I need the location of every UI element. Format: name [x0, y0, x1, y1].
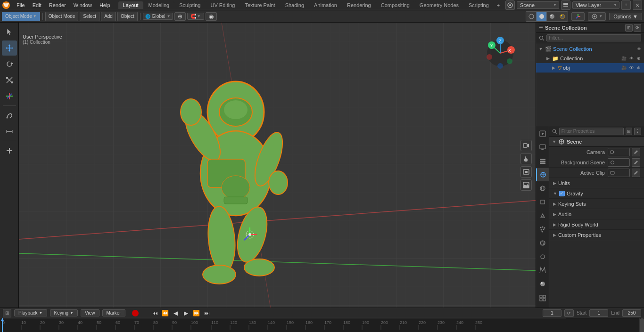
view-layer-selector[interactable]: View Layer ▼	[572, 1, 619, 9]
camera-eyedropper-btn[interactable]	[632, 148, 640, 156]
background-scene-input[interactable]	[608, 158, 630, 167]
gravity-section-header[interactable]: ▼ ✓ Gravity	[549, 188, 644, 199]
viewport[interactable]: User Perspective (1) Collection X Y Z	[19, 23, 536, 308]
orientation-gizmo[interactable]: X Y Z	[484, 37, 517, 70]
wireframe-shading-btn[interactable]	[526, 12, 537, 21]
camera-input[interactable]	[608, 148, 630, 156]
object-menu-btn[interactable]: Object	[117, 12, 138, 21]
menu-window[interactable]: Window	[70, 1, 95, 9]
restrict-viewport-icon[interactable]: 👁	[636, 46, 642, 52]
obj-expand[interactable]: ▶	[551, 65, 556, 71]
cursor-tool-btn[interactable]	[2, 24, 17, 40]
new-scene-btn[interactable]: +	[621, 0, 631, 10]
film-view-btn[interactable]	[520, 166, 532, 178]
menu-edit[interactable]: Edit	[29, 1, 45, 9]
outliner-sync-btn[interactable]: ⟳	[634, 24, 641, 32]
custom-properties-section-header[interactable]: ▶ Custom Properties	[549, 230, 644, 240]
pivot-selector[interactable]: ⊕	[174, 12, 186, 21]
play-btn[interactable]: ▶	[182, 309, 190, 317]
tab-animation[interactable]: Animation	[309, 1, 342, 9]
outliner-row-scene-collection[interactable]: ▼ 🎬 Scene Collection 👁	[536, 44, 644, 54]
tab-sculpting[interactable]: Sculpting	[174, 1, 205, 9]
background-scene-eyedropper-btn[interactable]	[632, 158, 640, 167]
play-reverse-btn[interactable]: ◀	[172, 309, 180, 317]
hand-view-btn[interactable]	[520, 153, 532, 164]
tab-uv-editing[interactable]: UV Editing	[206, 1, 239, 9]
end-frame-input[interactable]: 250	[622, 309, 641, 317]
object-mode-selector[interactable]: Object Mode ▼	[2, 12, 40, 21]
scale-tool-btn[interactable]	[2, 73, 17, 88]
collection-restrict-select[interactable]: ⊕	[636, 55, 642, 62]
active-clip-eyedropper-btn[interactable]	[632, 169, 640, 177]
obj-restrict-render[interactable]: 🎥	[620, 65, 627, 71]
scene-icon-btn[interactable]	[505, 0, 515, 10]
prop-tab-physics[interactable]	[536, 236, 549, 250]
viewport-overlays-btn[interactable]: ▼	[588, 12, 606, 21]
timeline-ruler-area[interactable]: 0 10 20 30 40 50 60 70 80 90 1	[0, 318, 644, 332]
jump-to-end-btn[interactable]: ⏭	[203, 309, 211, 317]
annotate-tool-btn[interactable]	[2, 108, 17, 123]
prop-tab-particles[interactable]	[536, 223, 549, 236]
add-menu-btn[interactable]: Add	[101, 12, 116, 21]
proportional-edit-btn[interactable]: ◉	[206, 12, 217, 21]
remove-scene-btn[interactable]: ×	[633, 0, 642, 10]
prop-tab-collection-props[interactable]	[536, 291, 549, 304]
frame-counter-btn[interactable]: ⟳	[564, 309, 574, 317]
view-menu-btn[interactable]: Object Mode	[45, 12, 79, 21]
move-tool-btn[interactable]	[2, 40, 17, 56]
properties-filter-btn[interactable]: ⊟	[626, 128, 633, 135]
tab-shading[interactable]: Shading	[281, 1, 309, 9]
solid-shading-btn[interactable]	[537, 12, 547, 21]
measure-tool-btn[interactable]	[2, 124, 17, 139]
outliner-row-obj[interactable]: ▶ ▽ obj 🎥 👁 ⊕	[536, 63, 644, 73]
prop-tab-output[interactable]	[536, 141, 549, 154]
add-object-btn[interactable]	[2, 143, 17, 158]
collection-restrict-render[interactable]: 🎥	[620, 55, 627, 62]
rigid-body-world-section-header[interactable]: ▶ Rigid Body World	[549, 219, 644, 230]
gravity-checkbox[interactable]: ✓	[559, 191, 565, 196]
material-shading-btn[interactable]	[547, 12, 557, 21]
gizmo-overlay-btn[interactable]	[571, 12, 585, 21]
timeline-scrollbar-thumb[interactable]	[640, 318, 644, 332]
audio-section-header[interactable]: ▶ Audio	[549, 209, 644, 219]
start-frame-input[interactable]: 1	[589, 309, 608, 317]
properties-options-btn[interactable]: ⋮	[634, 128, 641, 135]
marker-btn[interactable]: Marker	[102, 309, 125, 316]
transform-tool-btn[interactable]	[2, 89, 17, 104]
camera-view-btn[interactable]	[520, 140, 532, 151]
prop-tab-render[interactable]	[536, 127, 549, 140]
snap-selector[interactable]: 🧲 ▼	[187, 13, 204, 20]
tab-compositing[interactable]: Compositing	[376, 1, 414, 9]
tab-layout[interactable]: Layout	[118, 1, 143, 9]
tab-texture-paint[interactable]: Texture Paint	[240, 1, 280, 9]
jump-to-start-btn[interactable]: ⏮	[151, 309, 159, 317]
tab-modeling[interactable]: Modeling	[144, 1, 174, 9]
add-workspace-button[interactable]: +	[494, 1, 503, 9]
tab-geometry-nodes[interactable]: Geometry Nodes	[415, 1, 463, 9]
rendered-shading-btn[interactable]	[557, 12, 568, 21]
view-btn[interactable]: View	[81, 309, 99, 316]
prop-tab-data[interactable]	[536, 264, 549, 277]
menu-file[interactable]: File	[13, 1, 28, 9]
keying-btn[interactable]: Keying ▼	[50, 309, 78, 316]
scene-collection-expand[interactable]: ▼	[538, 46, 544, 52]
tab-rendering[interactable]: Rendering	[342, 1, 376, 9]
collection-expand[interactable]: ▶	[545, 56, 551, 61]
keying-sets-section-header[interactable]: ▶ Keying Sets	[549, 199, 644, 209]
select-menu-btn[interactable]: Select	[80, 12, 99, 21]
prop-tab-scene[interactable]	[536, 168, 549, 181]
record-btn[interactable]	[132, 310, 139, 316]
outliner-filter-btn[interactable]: ⊞	[625, 24, 633, 32]
step-back-btn[interactable]: ⏪	[161, 309, 170, 317]
outliner-search-input[interactable]	[546, 34, 641, 41]
obj-restrict-select[interactable]: ⊕	[636, 65, 642, 71]
prop-tab-material[interactable]	[536, 277, 549, 291]
properties-search-input[interactable]	[559, 128, 624, 135]
transform-orientation-selector[interactable]: 🌐 Global ▼	[143, 13, 173, 20]
collection-restrict-viewport[interactable]: 👁	[628, 55, 635, 62]
timeline-scrollbar[interactable]	[639, 318, 644, 332]
prop-tab-modifier[interactable]	[536, 209, 549, 222]
rotate-tool-btn[interactable]	[2, 57, 17, 72]
units-section-header[interactable]: ▶ Units	[549, 178, 644, 188]
step-forward-btn[interactable]: ⏩	[192, 309, 201, 317]
